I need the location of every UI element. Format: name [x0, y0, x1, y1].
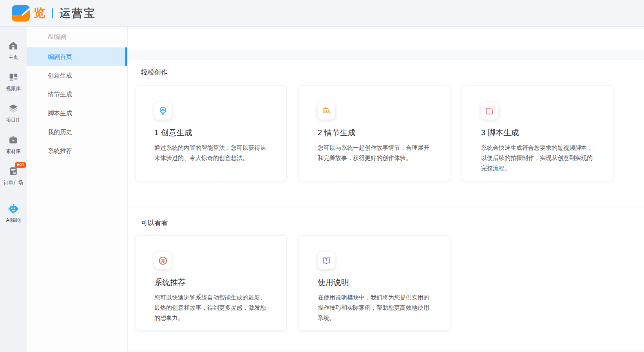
rail-item-label: 视频库 — [6, 85, 21, 92]
card-idea-generation[interactable]: 1 创意生成 通过系统的内置的智能算法，您可以获得从未体验过的、令人惊奇的创意想… — [135, 85, 287, 181]
sidebar-item-system-recommend[interactable]: 系统推荐 — [27, 142, 127, 160]
hot-badge: HOT — [15, 162, 26, 168]
bottom-strip — [128, 350, 644, 352]
sidebar-item-my-history[interactable]: 我的历史 — [27, 123, 127, 142]
order-plaza-icon: HOT — [7, 165, 20, 177]
sidebar-title: AI编剧 — [27, 27, 127, 47]
card-plot-generation[interactable]: 2 情节生成 您可以与系统一起创作故事情节，合理展开和完善故事，获得更好的创作体… — [298, 85, 450, 181]
sidebar-item-plot-generation[interactable]: 情节生成 — [27, 85, 127, 104]
card-row: 1 创意生成 通过系统的内置的智能算法，您可以获得从未体验过的、令人惊奇的创意想… — [135, 85, 636, 181]
main-area: 轻松创作 1 创意生成 通过系统的内置的智能算法，您可以获得从未体验过的、令人惊… — [128, 27, 644, 352]
gap-strip — [128, 50, 644, 60]
rail-item-label: 订单广场 — [4, 180, 23, 186]
card-description: 通过系统的内置的智能算法，您可以获得从未体验过的、令人惊奇的创意想法。 — [154, 143, 270, 163]
card-description: 在使用说明模块中，我们将为您提供实用的操作技巧和实际案例，帮助您更高效地使用系统… — [318, 292, 434, 323]
sidebar-item-script-generation[interactable]: 脚本生成 — [27, 104, 127, 123]
asset-library-icon — [7, 134, 20, 146]
section-easy-creation: 轻松创作 1 创意生成 通过系统的内置的智能算法，您可以获得从未体验过的、令人惊… — [128, 60, 644, 207]
card-title: 2 情节生成 — [318, 127, 438, 138]
card-user-manual[interactable]: 使用说明 在使用说明模块中，我们将为您提供实用的操作技巧和实际案例，帮助您更高效… — [298, 235, 450, 331]
code-script-icon: </> — [481, 102, 498, 120]
rail-item-label: 素材库 — [6, 148, 21, 155]
app-logo: 览 运营宝 — [12, 5, 96, 22]
card-title: 3 脚本生成 — [481, 127, 601, 138]
rail-item-label: AI编剧 — [6, 217, 21, 224]
card-title: 1 创意生成 — [154, 127, 275, 138]
video-library-icon — [7, 71, 20, 83]
ai-screenwriter-sidebar: AI编剧 编剧首页 创意生成 情节生成 脚本生成 我的历史 系统推荐 — [27, 27, 128, 352]
rail-item-video-library[interactable]: 视频库 — [6, 71, 21, 92]
sidebar-item-screenwriter-home[interactable]: 编剧首页 — [27, 47, 127, 66]
card-description: 系统会快速生成符合您要求的短视频脚本，以便后续的拍摄制作，实现从创意到实现的完整… — [481, 143, 597, 173]
rail-item-label: 项目库 — [6, 117, 21, 123]
card-description: 您可以快速浏览系统自动智能生成的最新、最热的创意和故事，得到更多灵感，激发您的想… — [154, 292, 270, 323]
section-title: 可以看看 — [141, 218, 636, 227]
ai-robot-icon — [7, 203, 20, 215]
app-name: 运营宝 — [60, 6, 96, 21]
home-icon — [7, 40, 20, 52]
svg-text:荐: 荐 — [160, 258, 165, 263]
card-script-generation[interactable]: </> 3 脚本生成 系统会快速生成符合您要求的短视频脚本，以便后续的拍摄制作，… — [462, 85, 613, 181]
section-worth-a-look: 可以看看 荐 系统推荐 您可以快速浏览系统自动智能生成的最新、最热的创意和故事，… — [128, 207, 644, 350]
svg-text:</>: </> — [490, 107, 495, 111]
icon-rail: 主页 视频库 项目库 — [0, 27, 27, 352]
rail-item-label: 主页 — [9, 54, 18, 61]
content-panel: 轻松创作 1 创意生成 通过系统的内置的智能算法，您可以获得从未体验过的、令人惊… — [128, 60, 644, 352]
rail-item-asset-library[interactable]: 素材库 — [6, 134, 21, 155]
card-title: 使用说明 — [318, 277, 438, 288]
manual-book-icon — [318, 252, 335, 269]
app-header: 览 运营宝 — [0, 0, 644, 27]
robot-plot-icon — [318, 102, 335, 120]
logo-text: 览 — [34, 5, 46, 21]
rail-item-order-plaza[interactable]: HOT 订单广场 — [4, 165, 23, 186]
card-description: 您可以与系统一起创作故事情节，合理展开和完善故事，获得更好的创作体验。 — [318, 143, 434, 163]
sidebar-item-idea-generation[interactable]: 创意生成 — [27, 66, 127, 85]
rail-item-home[interactable]: 主页 — [7, 40, 20, 61]
card-title: 系统推荐 — [154, 277, 275, 288]
logo-mark-icon — [12, 5, 30, 22]
rail-item-ai-screenwriter[interactable]: AI编剧 — [6, 203, 21, 224]
card-row: 荐 系统推荐 您可以快速浏览系统自动智能生成的最新、最热的创意和故事，得到更多灵… — [135, 235, 636, 331]
project-library-icon — [7, 103, 20, 114]
idea-bulb-icon — [154, 102, 172, 120]
recommend-seal-icon: 荐 — [154, 252, 172, 269]
rail-item-project-library[interactable]: 项目库 — [6, 103, 21, 123]
page-topbar — [128, 27, 644, 50]
section-title: 轻松创作 — [141, 68, 636, 77]
card-system-recommend[interactable]: 荐 系统推荐 您可以快速浏览系统自动智能生成的最新、最热的创意和故事，得到更多灵… — [135, 235, 287, 331]
logo-divider — [52, 8, 53, 18]
